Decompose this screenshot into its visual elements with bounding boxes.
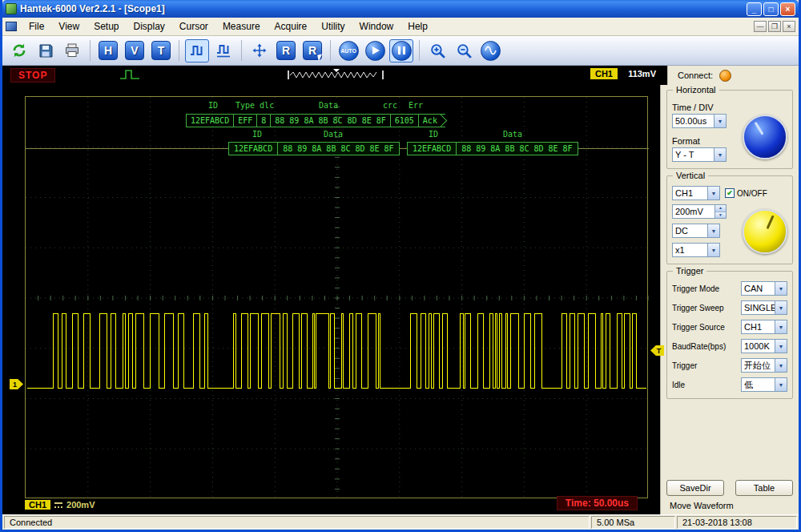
child-restore-button[interactable]: ❐ — [768, 21, 781, 32]
toolbar: H V T R R AUTO — [2, 36, 799, 66]
coupling-icon — [54, 502, 62, 508]
pan-button[interactable] — [248, 39, 272, 62]
frame2a-id: 12EFABCD — [229, 144, 277, 153]
autoset-button[interactable]: AUTO — [336, 39, 360, 62]
knob-pointer — [755, 122, 764, 135]
run-button[interactable] — [363, 39, 387, 62]
menu-setup[interactable]: Setup — [87, 18, 126, 34]
savedir-button[interactable]: SaveDir — [666, 480, 724, 496]
probe-select[interactable]: x1 ▼ — [672, 243, 720, 257]
chevron-down-icon: ▼ — [714, 115, 726, 127]
connect-led-icon — [719, 70, 731, 82]
digital-bus-button[interactable] — [211, 39, 235, 62]
menu-cursor[interactable]: Cursor — [172, 18, 215, 34]
print-button[interactable] — [60, 39, 84, 62]
can-frame-decode: 12EFABCD EFF 8 88 89 8A 8B 8C 8D 8E 8F 6… — [186, 114, 445, 127]
decode2b-label-id: ID — [429, 130, 438, 139]
horizontal-knob[interactable] — [743, 115, 787, 159]
scope-display[interactable]: ID Type dlc Data crc Err 12EFABCD EFF 8 … — [25, 96, 648, 498]
vertical-knob[interactable] — [743, 209, 787, 254]
vertical-panel-button[interactable]: V — [123, 39, 147, 62]
digital-decode-button[interactable] — [185, 39, 209, 62]
idle-label: Idle — [672, 381, 685, 389]
menu-display[interactable]: Display — [127, 18, 172, 34]
can-frame-decode-2: 12EFABCD 88 89 8A 8B 8C 8D 8E 8F — [228, 142, 400, 155]
reference-cursor-button[interactable]: R — [300, 39, 324, 62]
scope-canvas — [26, 97, 649, 499]
step-down-icon[interactable]: ▼ — [715, 212, 726, 219]
zoom-out-button[interactable] — [452, 39, 476, 62]
pause-button[interactable] — [389, 39, 413, 62]
zoom-in-icon — [429, 42, 446, 59]
app-window: Hantek-6000 Ver2.2.1 - [Scope1] _ □ × Fi… — [0, 0, 801, 532]
trigger-condition-select[interactable]: 开始位▼ — [741, 358, 787, 373]
frame-type: EFF — [234, 116, 256, 125]
trigger-mode-select[interactable]: CAN▼ — [741, 281, 787, 296]
menu-file[interactable]: File — [22, 18, 51, 34]
onoff-checkbox[interactable]: ✔ — [725, 188, 735, 198]
can-frame-decode-3: 12EFABCD 88 89 8A 8B 8C 8D 8E 8F — [407, 142, 578, 155]
decode-label-id: ID — [208, 101, 218, 110]
trigger-source-select[interactable]: CH1▼ — [741, 320, 787, 334]
trigger-condition-label: Trigger — [672, 361, 697, 370]
zoom-in-button[interactable] — [425, 39, 449, 62]
menubar: File View Setup Display Cursor Measure A… — [2, 18, 799, 36]
menu-help[interactable]: Help — [400, 18, 435, 34]
app-icon — [6, 3, 17, 14]
minimize-button[interactable]: _ — [747, 2, 762, 16]
trigger-mode-label: Trigger Mode — [672, 284, 719, 293]
waveform-preview[interactable] — [287, 69, 384, 81]
menu-view[interactable]: View — [51, 18, 87, 34]
format-select[interactable]: Y - T ▼ — [672, 147, 727, 162]
frame2b-id: 12EFABCD — [408, 144, 456, 153]
decode2a-label-data: Data — [324, 130, 343, 139]
coupling-select[interactable]: DC ▼ — [672, 224, 720, 238]
vertical-group: Vertical CH1 ▼ ✔ ON/OFF 200mV — [666, 175, 793, 264]
horizontal-group: Horizontal Time / DIV 50.00us ▼ Format Y… — [666, 90, 793, 169]
onoff-label: ON/OFF — [737, 189, 767, 198]
close-button[interactable]: × — [780, 2, 795, 16]
acquisition-status: STOP — [10, 68, 55, 83]
vertical-group-title: Vertical — [673, 171, 708, 180]
table-button[interactable]: Table — [735, 480, 793, 496]
baudrate-select[interactable]: 1000K▼ — [741, 339, 787, 353]
volt-scale-stepper[interactable]: 200mV ▲▼ — [672, 204, 727, 219]
child-minimize-button[interactable]: — — [754, 21, 767, 32]
trigger-panel-button[interactable]: T — [149, 39, 173, 62]
channel-scale: 200mV — [66, 500, 95, 510]
save-button[interactable] — [34, 39, 58, 62]
child-close-button[interactable]: × — [783, 21, 795, 32]
time-div-select[interactable]: 50.00us ▼ — [672, 114, 727, 128]
trigger-level-marker[interactable]: T — [650, 345, 664, 356]
waveform-tool-button[interactable] — [478, 39, 502, 62]
chevron-down-icon: ▼ — [775, 359, 787, 372]
channel1-position-marker[interactable]: 1 — [10, 379, 23, 389]
channel-select[interactable]: CH1 ▼ — [672, 186, 720, 200]
channel-scale-readout: CH1 200mV — [25, 500, 95, 510]
refresh-button[interactable] — [7, 39, 31, 62]
frame-crc: 6105 — [391, 116, 418, 125]
menu-window[interactable]: Window — [352, 18, 401, 34]
horizontal-panel-button[interactable]: H — [96, 39, 120, 62]
sample-rate: 5.00 MSa — [591, 516, 675, 529]
decode2a-label-id: ID — [252, 130, 262, 139]
time-div-label: Time / DIV — [672, 103, 739, 112]
step-up-icon[interactable]: ▲ — [715, 205, 726, 212]
status-strip: STOP CH1 113mV Connect: — [2, 66, 799, 85]
decode-label-err: Err — [409, 101, 423, 110]
frame2b-data: 88 89 8A 8B 8C 8D 8E 8F — [457, 144, 577, 153]
menu-measure[interactable]: Measure — [215, 18, 268, 34]
printer-icon — [64, 42, 80, 58]
trigger-sweep-select[interactable]: SINGLE▼ — [741, 300, 787, 315]
knob-pointer — [767, 215, 775, 229]
idle-select[interactable]: 低▼ — [741, 377, 787, 392]
trigger-group-title: Trigger — [673, 266, 706, 276]
decode-label-crc: crc — [383, 101, 397, 110]
refresh-icon — [10, 42, 28, 59]
frame2a-data: 88 89 8A 8B 8C 8D 8E 8F — [278, 144, 398, 153]
maximize-button[interactable]: □ — [763, 2, 779, 16]
menu-utility[interactable]: Utility — [314, 18, 352, 34]
datetime: 21-03-2018 13:08 — [677, 516, 797, 529]
menu-acquire[interactable]: Acquire — [268, 18, 315, 34]
reference-button[interactable]: R — [274, 39, 298, 62]
